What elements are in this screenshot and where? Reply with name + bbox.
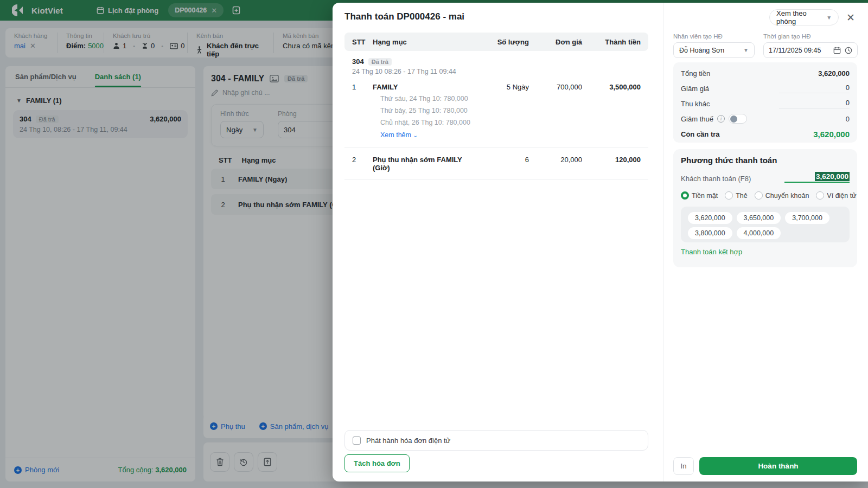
suggested-amounts: 3,620,0003,650,0003,700,000 3,800,0004,0… xyxy=(681,207,850,242)
discount-label: Giảm giá xyxy=(681,85,709,93)
other-fee-input[interactable]: 0 xyxy=(779,99,850,108)
staff-select[interactable]: Đỗ Hoàng Sơn ▼ xyxy=(673,42,755,58)
radio-card[interactable]: Thẻ xyxy=(725,191,748,200)
group-room-number: 304 xyxy=(352,57,364,66)
chevron-down-icon: ▼ xyxy=(743,47,749,53)
room-group-row: 304 Đã trả 24 Thg 10 08:26 - 17 Thg 11 0… xyxy=(344,51,648,75)
items-table-header: STT Hạng mục Số lượng Đơn giá Thành tiền xyxy=(344,33,648,51)
radio-bank-transfer[interactable]: Chuyển khoản xyxy=(755,191,809,200)
invoice-summary-card: Tổng tiền 3,620,000 Giảm giá 0 Thu khác … xyxy=(673,62,857,143)
payment-summary-column: Xem theo phòng ▼ ✕ Nhân viên tạo HĐ Đỗ H… xyxy=(663,3,868,481)
einvoice-option[interactable]: Phát hành hóa đơn điện tử xyxy=(344,430,648,451)
complete-button[interactable]: Hoàn thành xyxy=(699,457,857,475)
amount-chip[interactable]: 3,700,000 xyxy=(785,212,829,224)
einvoice-checkbox[interactable] xyxy=(353,436,361,445)
radio-icon xyxy=(725,191,733,200)
discount-input[interactable]: 0 xyxy=(779,84,850,93)
info-icon: i xyxy=(717,115,725,123)
combine-payment-link[interactable]: Thanh toán kết hợp xyxy=(681,248,850,256)
group-date-range: 24 Thg 10 08:26 - 17 Thg 11 09:44 xyxy=(352,68,641,75)
other-fee-label: Thu khác xyxy=(681,100,710,108)
clock-icon[interactable] xyxy=(845,47,852,54)
amount-due-value: 3,620,000 xyxy=(813,130,850,139)
table-row: 1 FAMILY 5 Ngày 700,000 3,500,000 xyxy=(344,75,648,91)
tax-reduction-label: Giảm thuế xyxy=(681,115,713,123)
split-invoice-button[interactable]: Tách hóa đơn xyxy=(344,454,410,472)
staff-label: Nhân viên tạo HĐ xyxy=(673,33,755,40)
radio-cash[interactable]: Tiền mặt xyxy=(681,191,718,200)
payment-method-heading: Phương thức thanh toán xyxy=(681,156,850,165)
day-price-detail: Chủ nhật, 26 Thg 10: 780,000 xyxy=(344,115,648,127)
view-mode-select[interactable]: Xem theo phòng ▼ xyxy=(769,9,839,25)
customer-pay-value: 3,620,000 xyxy=(815,172,850,181)
amount-chip[interactable]: 3,650,000 xyxy=(737,212,781,224)
table-row: 2 Phụ thu nhận sớm FAMILY (Giờ) 6 20,000… xyxy=(344,148,648,172)
tax-reduction-toggle[interactable] xyxy=(729,114,747,124)
amount-chip[interactable]: 4,000,000 xyxy=(737,227,781,239)
show-more-link[interactable]: Xem thêm ⌄ xyxy=(344,127,648,140)
calendar-icon[interactable] xyxy=(833,47,841,54)
invoice-time-input[interactable]: 17/11/2025 09:45 xyxy=(763,42,858,58)
radio-icon xyxy=(816,191,824,200)
chevron-down-icon: ⌄ xyxy=(413,132,417,138)
payment-items-column: Thanh toán DP000426 - mai STT Hạng mục S… xyxy=(333,3,663,481)
payment-method-card: Phương thức thanh toán Khách thanh toán … xyxy=(673,149,857,267)
einvoice-label: Phát hành hóa đơn điện tử xyxy=(366,436,450,445)
payment-modal: Thanh toán DP000426 - mai STT Hạng mục S… xyxy=(333,3,868,481)
amount-chip[interactable]: 3,800,000 xyxy=(688,227,732,239)
day-price-detail: Thứ sáu, 24 Thg 10: 780,000 xyxy=(344,91,648,103)
status-badge: Đã trả xyxy=(368,58,392,66)
total-value: 3,620,000 xyxy=(818,69,850,78)
payment-method-options: Tiền mặt Thẻ Chuyển khoản Ví điện tử xyxy=(681,191,850,200)
customer-pay-label: Khách thanh toán (F8) xyxy=(681,175,751,183)
amount-chip[interactable]: 3,620,000 xyxy=(688,212,732,224)
tax-reduction-value: 0 xyxy=(846,115,850,123)
close-modal-icon[interactable]: ✕ xyxy=(846,12,855,23)
radio-icon xyxy=(755,191,763,200)
modal-title: Thanh toán DP000426 - mai xyxy=(344,3,648,22)
screen: KiotViet Lịch đặt phòng DP000426 ✕ Khách… xyxy=(0,0,868,488)
chevron-down-icon: ▼ xyxy=(826,15,832,21)
customer-pay-input[interactable]: 3,620,000 xyxy=(784,171,850,183)
radio-ewallet[interactable]: Ví điện tử xyxy=(816,191,856,200)
amount-due-label: Còn cần trả xyxy=(681,130,720,138)
invoice-time-label: Thời gian tạo HĐ xyxy=(763,33,858,40)
radio-icon xyxy=(681,191,689,200)
total-label: Tổng tiền xyxy=(681,69,710,78)
print-button[interactable]: In xyxy=(673,457,694,475)
day-price-detail: Thứ bảy, 25 Thg 10: 780,000 xyxy=(344,103,648,115)
